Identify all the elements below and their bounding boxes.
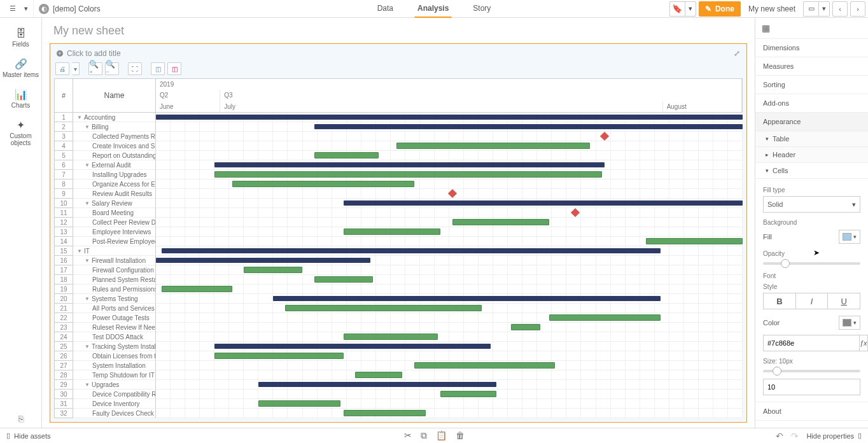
expand-toggle-icon[interactable]: ▼ (77, 248, 82, 254)
acc-sorting[interactable]: Sorting (755, 76, 868, 94)
assets-fields[interactable]: 🗄 Fields (0, 24, 41, 54)
cut-icon[interactable]: ✂ (404, 430, 412, 441)
acc-cells[interactable]: ▾Cells (755, 163, 868, 179)
task-bar[interactable] (344, 410, 426, 416)
row-name[interactable]: ▼External Audit (73, 160, 156, 170)
task-bar[interactable] (214, 171, 602, 178)
row-name[interactable]: All Ports and Services Test (73, 304, 156, 313)
row-name[interactable]: ▼Billing (73, 122, 156, 132)
row-name[interactable]: ▼Tracking System Installation (73, 342, 156, 351)
chart-title-placeholder[interactable]: Click to add title (67, 49, 121, 58)
acc-appearance[interactable]: Appearance (755, 113, 868, 131)
size-value-input[interactable] (763, 379, 860, 395)
row-name[interactable]: Create Invoices and Send Them (73, 141, 156, 151)
marquee-zoom-icon[interactable]: ◫ (151, 62, 165, 75)
asset-bottom-icon[interactable]: ⎘ (18, 414, 24, 424)
expand-toggle-icon[interactable]: ▼ (85, 296, 90, 302)
task-bar[interactable] (646, 238, 743, 244)
row-name[interactable]: Board Meeting (73, 208, 156, 218)
print-icon[interactable]: 🖨 (55, 62, 69, 75)
group-bar[interactable] (314, 124, 743, 129)
row-name[interactable]: ▼Salary Review (73, 199, 156, 208)
expand-toggle-icon[interactable]: ▼ (77, 115, 82, 120)
zoom-in-icon[interactable]: 🔍⁺ (88, 62, 102, 75)
task-bar[interactable] (344, 334, 438, 340)
row-name[interactable]: Power Outage Tests (73, 313, 156, 323)
zoom-out-icon[interactable]: 🔍⁻ (105, 62, 119, 75)
table-view-icon[interactable]: ▦ (762, 23, 770, 33)
expand-toggle-icon[interactable]: ▼ (85, 124, 90, 130)
prev-sheet-button[interactable]: ‹ (832, 1, 848, 17)
group-bar[interactable] (156, 115, 743, 120)
row-name[interactable]: Organize Access for External Auditors (73, 179, 156, 189)
hide-properties-button[interactable]: Hide properties ▯ (806, 432, 862, 440)
milestone-icon[interactable] (448, 189, 457, 198)
tab-story[interactable]: Story (470, 0, 493, 18)
row-name[interactable]: Test DDOS Attack (73, 332, 156, 342)
task-bar[interactable] (355, 372, 402, 378)
undo-icon[interactable]: ↶ (776, 431, 783, 441)
row-name[interactable]: Employee Interviews (73, 227, 156, 237)
assets-custom-objects[interactable]: ✦ Custom objects (0, 115, 41, 153)
menu-icon[interactable]: ☰ (5, 1, 20, 17)
delete-icon[interactable]: 🗑 (456, 430, 465, 441)
row-name[interactable]: Review Audit Results (73, 189, 156, 199)
paste-icon[interactable]: 📋 (436, 430, 447, 441)
task-bar[interactable] (314, 152, 379, 158)
fx-button[interactable]: ƒx (860, 335, 868, 351)
expand-toggle-icon[interactable]: ▼ (85, 344, 90, 349)
tab-analysis[interactable]: Analysis (415, 0, 451, 18)
assets-master-items[interactable]: 🔗 Master items (0, 54, 41, 85)
expand-toggle-icon[interactable]: ▼ (85, 382, 90, 388)
acc-header[interactable]: ▸Header (755, 147, 868, 163)
done-button[interactable]: ✎ Done (699, 1, 741, 17)
acc-dimensions[interactable]: Dimensions (755, 39, 868, 57)
row-name[interactable]: Firewall Configuration (73, 265, 156, 275)
row-name[interactable]: Collected Payments Review (73, 132, 156, 141)
group-bar[interactable] (344, 200, 743, 206)
expand-toggle-icon[interactable]: ▼ (85, 162, 90, 168)
hide-assets-button[interactable]: ▯ Hide assets (0, 432, 57, 440)
italic-button[interactable]: I (796, 293, 829, 309)
acc-addons[interactable]: Add-ons (755, 94, 868, 113)
sheet-name-display[interactable]: My new sheet (743, 4, 801, 13)
row-name[interactable]: System Installation (73, 361, 156, 370)
row-name[interactable]: Rules and Permissions Audit (73, 285, 156, 294)
size-slider[interactable] (763, 370, 860, 372)
redo-icon[interactable]: ↷ (791, 431, 799, 441)
menu-caret-icon[interactable]: ▾ (22, 1, 31, 17)
next-sheet-button[interactable]: › (850, 1, 865, 17)
assets-charts[interactable]: 📊 Charts (0, 85, 41, 115)
print-dropdown-icon[interactable]: ▾ (72, 62, 80, 75)
task-bar[interactable] (162, 286, 232, 292)
row-name[interactable]: ▼Upgrades (73, 380, 156, 390)
bookmark-icon[interactable]: 🔖 (669, 1, 685, 17)
marquee-select-icon[interactable]: ◫ (167, 62, 181, 75)
acc-table[interactable]: ▾Table (755, 131, 868, 147)
milestone-icon[interactable] (600, 132, 609, 141)
task-bar[interactable] (244, 267, 302, 273)
expand-toggle-icon[interactable]: ▼ (85, 258, 90, 264)
row-name[interactable]: Ruleset Review If Needed (73, 323, 156, 332)
row-name[interactable]: Planned System Restart (73, 275, 156, 285)
bookmark-dropdown-icon[interactable]: ▾ (685, 1, 696, 17)
row-name[interactable]: ▼Systems Testing (73, 294, 156, 304)
acc-about[interactable]: About (755, 402, 868, 421)
task-bar[interactable] (232, 181, 414, 187)
task-bar[interactable] (344, 229, 440, 235)
task-bar[interactable] (396, 143, 590, 149)
row-name[interactable]: Collect Peer Review Data (73, 218, 156, 227)
color-value-input[interactable] (763, 335, 860, 351)
expand-toggle-icon[interactable]: ▼ (85, 200, 90, 206)
task-bar[interactable] (549, 314, 661, 321)
bold-button[interactable]: B (763, 293, 796, 309)
tab-data[interactable]: Data (375, 0, 396, 18)
row-name[interactable]: Device Inventory (73, 399, 156, 409)
group-bar[interactable] (258, 382, 496, 387)
row-name[interactable]: ▼Firewall Installation (73, 256, 156, 265)
group-bar[interactable] (156, 258, 370, 263)
copy-icon[interactable]: ⧉ (421, 430, 427, 441)
row-name[interactable]: ▼IT (73, 246, 156, 256)
underline-button[interactable]: U (828, 293, 860, 309)
task-bar[interactable] (452, 219, 549, 225)
